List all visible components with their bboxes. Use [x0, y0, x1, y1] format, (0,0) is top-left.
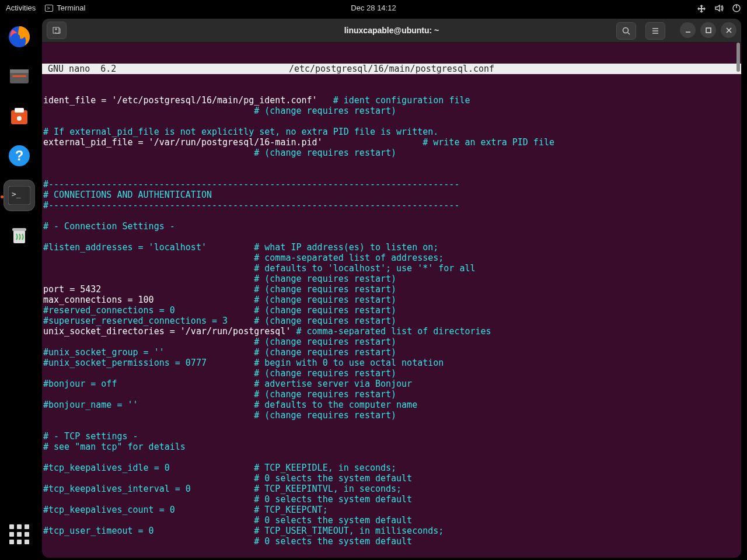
svg-text:>_: >_	[12, 190, 21, 198]
terminal-content[interactable]: GNU nano 6.2 /etc/postgresql/16/main/pos…	[42, 43, 741, 558]
scrollbar[interactable]	[736, 43, 740, 558]
search-button[interactable]	[616, 22, 636, 40]
files-icon	[6, 64, 32, 89]
power-icon	[732, 4, 741, 13]
svg-text:?: ?	[15, 148, 24, 163]
svg-line-17	[628, 33, 630, 34]
window-title: linuxcapable@ubuntu: ~	[344, 26, 439, 35]
hamburger-icon	[651, 26, 660, 36]
svg-point-8	[17, 116, 22, 121]
terminal-icon	[45, 5, 53, 12]
maximize-icon	[705, 27, 712, 34]
dock-trash[interactable]	[4, 220, 34, 250]
search-icon	[622, 26, 631, 36]
dock-firefox[interactable]	[4, 22, 34, 52]
dock-help[interactable]: ?	[4, 141, 34, 171]
terminal-dock-icon: >_	[8, 186, 30, 205]
svg-rect-19	[706, 28, 711, 33]
firefox-icon	[6, 24, 32, 50]
show-applications[interactable]	[4, 519, 34, 550]
svg-rect-5	[12, 75, 26, 77]
dock: ? >_	[0, 16, 39, 560]
software-icon	[6, 103, 32, 129]
hamburger-menu[interactable]	[645, 22, 665, 40]
nano-buffer[interactable]: ident_file = '/etc/postgresql/16/main/pg…	[42, 95, 741, 558]
close-icon	[725, 27, 732, 34]
volume-icon	[714, 4, 724, 13]
close-button[interactable]	[721, 22, 736, 38]
system-tray[interactable]	[697, 4, 741, 13]
app-menu-label: Terminal	[57, 4, 85, 12]
svg-rect-4	[10, 69, 29, 73]
help-icon: ?	[6, 143, 32, 169]
clock[interactable]: Dec 28 14:12	[351, 4, 396, 12]
titlebar[interactable]: linuxcapable@ubuntu: ~	[42, 19, 741, 43]
minimize-icon	[685, 27, 692, 34]
minimize-button[interactable]	[680, 22, 696, 38]
gnome-top-panel: Activities Terminal Dec 28 14:12	[0, 0, 747, 16]
app-menu[interactable]: Terminal	[45, 4, 85, 12]
maximize-button[interactable]	[700, 22, 716, 38]
svg-point-16	[623, 28, 629, 33]
nano-filepath: /etc/postgresql/16/main/postgresql.conf	[42, 64, 741, 74]
svg-rect-14	[12, 228, 26, 231]
trash-icon	[6, 222, 32, 248]
running-indicator	[1, 195, 4, 198]
activities-button[interactable]: Activities	[6, 4, 36, 12]
dock-software[interactable]	[4, 101, 34, 131]
dock-files[interactable]	[4, 61, 34, 92]
network-icon	[697, 4, 706, 13]
scrollbar-thumb[interactable]	[736, 43, 740, 72]
terminal-window: linuxcapable@ubuntu: ~ GNU nano 6.2 /etc…	[42, 19, 741, 558]
nano-titlebar: GNU nano 6.2 /etc/postgresql/16/main/pos…	[42, 64, 741, 74]
svg-rect-7	[15, 108, 24, 113]
dock-terminal[interactable]: >_	[4, 180, 34, 211]
